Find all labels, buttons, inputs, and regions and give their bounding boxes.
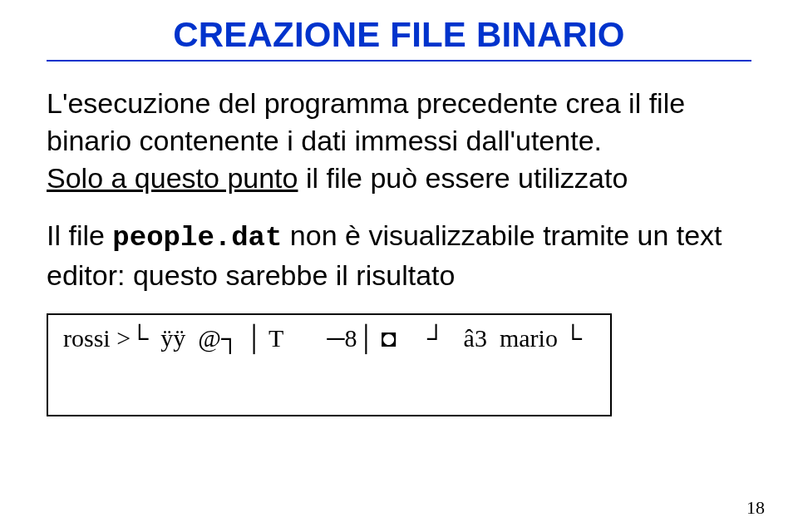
p2-code: people.dat: [112, 222, 282, 254]
title-rule: [47, 60, 751, 62]
p1-underlined: Solo a questo punto: [47, 162, 298, 194]
p1-text-b: il file può essere utilizzato: [298, 162, 628, 194]
hex-dump-box: rossi >└ ÿÿ @┐ │ T ─8│ ◘ ┘ â3 mario └: [47, 313, 612, 416]
body: L'esecuzione del programma precedente cr…: [47, 85, 751, 416]
paragraph-2: Il file people.dat non è visualizzabile …: [47, 217, 751, 294]
paragraph-1: L'esecuzione del programma precedente cr…: [47, 85, 751, 197]
p2-text-a: Il file: [47, 219, 112, 251]
slide: CREAZIONE FILE BINARIO L'esecuzione del …: [0, 0, 798, 532]
page-title: CREAZIONE FILE BINARIO: [47, 15, 751, 55]
page-number: 18: [746, 497, 765, 519]
p1-text-a: L'esecuzione del programma precedente cr…: [47, 87, 685, 156]
